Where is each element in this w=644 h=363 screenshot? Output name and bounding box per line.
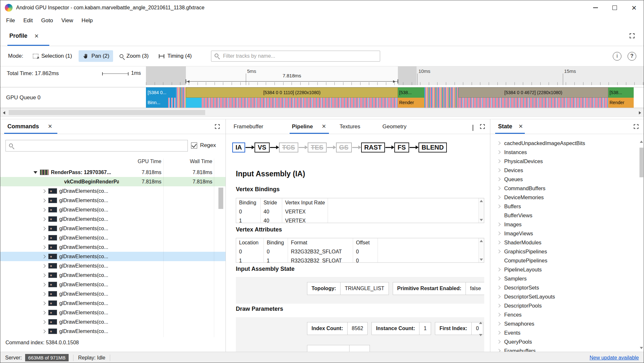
expand-icon[interactable] [42, 208, 45, 211]
state-tree-item[interactable]: Framebuffers [490, 346, 638, 352]
pipeline-stage-button[interactable]: IA [232, 142, 245, 152]
command-row[interactable]: glDrawElements(co... [0, 252, 226, 261]
table-row[interactable]: 1 1 R32G32B32_SFLOAT 0 [236, 256, 484, 263]
pipeline-stage-button[interactable]: GS [336, 142, 352, 152]
state-tree-item[interactable]: GraphicsPipelines [490, 247, 638, 256]
expand-icon[interactable] [42, 283, 45, 286]
state-tree-item[interactable]: Buffers [490, 202, 638, 211]
trace-span-renderpass-1110[interactable]: [5384 0 0 1110] (2280x1080) [186, 87, 398, 108]
pipeline-stage-button[interactable]: VS [255, 142, 270, 152]
fullscreen-icon[interactable] [633, 123, 639, 130]
close-pipeline-tab-icon[interactable] [322, 123, 326, 130]
command-row[interactable]: glDrawElements(co... [0, 242, 226, 252]
expand-icon[interactable] [42, 273, 45, 277]
state-tree-item[interactable]: cachedUnpackedImageAspectBits [490, 139, 638, 148]
pipeline-stage-button[interactable]: BLEND [418, 142, 447, 152]
state-tree-item[interactable]: DeviceMemories [490, 193, 638, 202]
trace-span-renderpass-4672[interactable]: [5384 0 0 4672] (2280x1080) [458, 87, 608, 108]
command-row[interactable]: glDrawElements(co... [0, 299, 226, 308]
time-ruler[interactable]: 5ms 10ms 15ms Total Time: 17.862ms 1ms 7… [0, 66, 644, 85]
trace-span-slices[interactable] [176, 87, 186, 108]
expand-icon[interactable] [34, 171, 37, 174]
chevron-down-icon[interactable] [473, 125, 473, 131]
command-row[interactable]: glDrawElements(co... [0, 327, 226, 336]
state-tree-item[interactable]: Semaphores [490, 319, 638, 328]
close-commands-icon[interactable] [48, 123, 52, 130]
menu-file[interactable]: File [2, 17, 19, 24]
state-tab-label[interactable]: State [498, 123, 512, 130]
scroll-up-arrow[interactable] [480, 240, 483, 242]
scroll-right-arrow[interactable] [639, 111, 641, 114]
scroll-up-arrow[interactable] [480, 200, 483, 202]
menu-help[interactable]: Help [77, 17, 97, 24]
tab-geometry[interactable]: Geometry [382, 119, 407, 134]
selection-mode-button[interactable]: Selection (1) [29, 50, 76, 62]
pipeline-stage-button[interactable]: RAST [361, 142, 385, 152]
expand-icon[interactable] [42, 245, 45, 249]
expand-icon[interactable] [42, 189, 45, 193]
command-row[interactable]: glDrawElements(co... [0, 270, 226, 280]
scroll-down-arrow[interactable] [480, 259, 483, 261]
expand-icon[interactable] [42, 301, 45, 305]
menu-goto[interactable]: Goto [37, 17, 57, 24]
state-tree-item[interactable]: Devices [490, 166, 638, 175]
pipeline-stage-button[interactable]: TCS [279, 142, 298, 152]
fullscreen-icon[interactable] [629, 33, 635, 39]
command-row[interactable]: glDrawElements(co... [0, 308, 226, 317]
expand-icon[interactable] [42, 320, 45, 324]
help-icon[interactable]: ? [628, 52, 636, 61]
tab-pipeline[interactable]: Pipeline [292, 119, 313, 134]
minimize-button[interactable] [586, 0, 605, 15]
expand-icon[interactable] [42, 264, 45, 268]
state-tree-item[interactable]: Events [490, 328, 638, 337]
scrollbar-thumb[interactable] [9, 110, 205, 115]
command-row[interactable]: RenderPass: 12970367... 7.818ms 7.818ms [0, 168, 226, 177]
tab-framebuffer[interactable]: Framebuffer [234, 119, 263, 134]
expand-icon[interactable] [42, 329, 45, 333]
state-tree-item[interactable]: ShaderModules [490, 238, 638, 247]
expand-icon[interactable] [42, 227, 45, 230]
trace-span-render-1[interactable]: [538... Render [398, 87, 424, 108]
timeline-horizontal-scrollbar[interactable] [0, 108, 644, 117]
state-tree-item[interactable]: PipelineLayouts [490, 265, 638, 274]
table-row[interactable]: 0 0 R32G32B32_SFLOAT 0 [236, 247, 484, 256]
command-row[interactable]: glDrawElements(co... [0, 233, 226, 242]
commands-tab-label[interactable]: Commands [7, 123, 39, 130]
command-row[interactable]: glDrawElements(co... [0, 214, 226, 224]
timing-mode-button[interactable]: Timing (4) [155, 50, 196, 62]
state-tree-item[interactable]: CommandBuffers [490, 184, 638, 193]
pipeline-stage-button[interactable]: TES [308, 142, 327, 152]
table-row[interactable]: 0 40 VERTEX [236, 207, 484, 216]
expand-icon[interactable] [42, 217, 45, 221]
zoom-mode-button[interactable]: Zoom (3) [116, 50, 152, 62]
expand-icon[interactable] [42, 255, 45, 258]
command-row[interactable]: glDrawElements(co... [0, 280, 226, 289]
gpu-time-column-header[interactable]: GPU Time [123, 159, 161, 168]
scroll-down-arrow[interactable] [479, 334, 482, 336]
trace-span-slices[interactable] [424, 87, 458, 108]
scroll-down-arrow[interactable] [480, 219, 483, 221]
state-tree-item[interactable]: BufferViews [490, 211, 638, 220]
command-row[interactable]: glDrawElements(co... [0, 196, 226, 205]
close-profile-tab-icon[interactable] [34, 33, 39, 40]
command-row[interactable]: glDrawElements(co... [0, 261, 226, 270]
filter-tracks-input[interactable] [211, 51, 380, 62]
wall-time-column-header[interactable]: Wall Time [168, 159, 212, 168]
state-tree-item[interactable]: Instances [490, 148, 638, 157]
command-row[interactable]: glDrawElements(co... [0, 224, 226, 233]
state-tree-item[interactable]: DescriptorSets [490, 283, 638, 292]
fullscreen-icon[interactable] [479, 123, 485, 130]
update-link[interactable]: New update available [590, 355, 639, 361]
commands-search-box[interactable] [5, 140, 188, 152]
expand-icon[interactable] [42, 311, 45, 314]
state-tree-item[interactable]: ImageViews [490, 229, 638, 238]
expand-icon[interactable] [42, 199, 45, 202]
scroll-down-arrow[interactable] [640, 347, 643, 349]
commands-scrollbar-thumb[interactable] [218, 188, 223, 209]
pan-mode-button[interactable]: Pan (2) [79, 50, 113, 62]
close-button[interactable] [624, 0, 644, 15]
info-icon[interactable]: i [613, 52, 621, 61]
table-scrollbar[interactable] [478, 238, 484, 262]
state-tree-item[interactable]: Fences [490, 310, 638, 319]
pipeline-stage-button[interactable]: FS [394, 142, 409, 152]
